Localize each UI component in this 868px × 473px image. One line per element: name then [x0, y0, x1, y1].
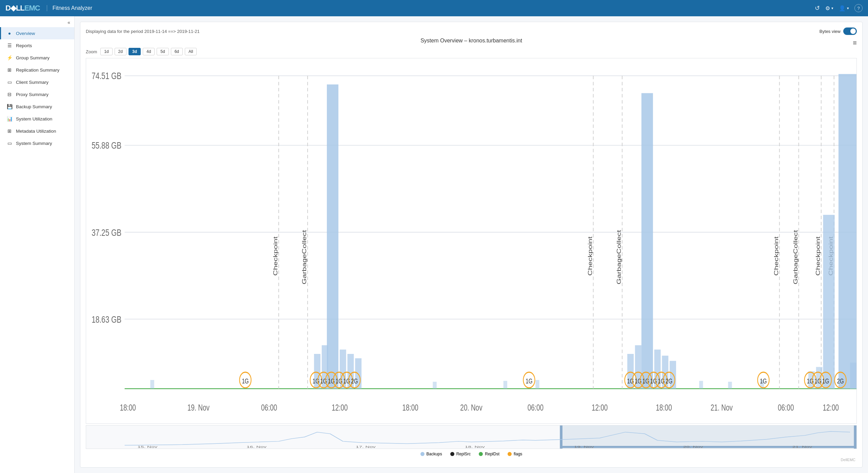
svg-text:2G: 2G: [837, 377, 844, 385]
sidebar-item-reports[interactable]: ☰ Reports: [0, 39, 74, 52]
svg-text:Checkpoint: Checkpoint: [815, 236, 821, 276]
svg-text:GarbageCollect: GarbageCollect: [792, 230, 798, 285]
svg-text:1G: 1G: [242, 377, 249, 385]
zoom-6d-button[interactable]: 6d: [171, 48, 183, 55]
zoom-3d-button[interactable]: 3d: [129, 48, 141, 55]
bytes-view-section: Bytes view: [820, 27, 857, 35]
svg-text:06:00: 06:00: [778, 403, 794, 412]
svg-text:18.63 GB: 18.63 GB: [92, 314, 121, 325]
svg-text:16. Nov: 16. Nov: [246, 445, 267, 449]
svg-rect-50: [823, 215, 835, 389]
chart-menu-icon[interactable]: ≡: [853, 39, 857, 47]
chart-container: Displaying data for the period 2019-11-1…: [80, 22, 863, 468]
sidebar-item-label: Client Summary: [16, 80, 48, 85]
repldst-dot: [479, 452, 483, 456]
chart-header-row: Displaying data for the period 2019-11-1…: [86, 27, 857, 35]
client-summary-icon: ▭: [6, 79, 13, 85]
svg-text:15. Nov: 15. Nov: [137, 445, 157, 449]
navigator-svg: 15. Nov 16. Nov 17. Nov 18. Nov 19. Nov …: [86, 425, 856, 449]
flags-label: flags: [514, 452, 522, 456]
svg-rect-54: [150, 380, 154, 389]
svg-text:GarbageCollect: GarbageCollect: [301, 230, 307, 285]
reports-icon: ☰: [6, 43, 13, 48]
bytes-view-toggle[interactable]: [843, 27, 857, 35]
sidebar-item-label: Overview: [16, 31, 35, 36]
mini-navigator[interactable]: 15. Nov 16. Nov 17. Nov 18. Nov 19. Nov …: [86, 425, 857, 449]
replication-summary-icon: ⊞: [6, 67, 13, 73]
repldst-label: ReplDst: [485, 452, 499, 456]
legend-backups: Backups: [420, 452, 442, 456]
svg-rect-37: [327, 84, 338, 389]
sidebar-collapse-section: «: [0, 16, 74, 27]
chart-legend: Backups ReplSrc ReplDst flags: [86, 452, 857, 456]
settings-button[interactable]: ⚙ ▾: [825, 5, 833, 12]
sidebar-item-label: Proxy Summary: [16, 92, 48, 97]
zoom-all-button[interactable]: All: [185, 48, 197, 55]
svg-text:1G: 1G: [526, 377, 532, 385]
sidebar-item-system-utilization[interactable]: 📊 System Utilization: [0, 113, 74, 125]
svg-text:74.51 GB: 74.51 GB: [92, 71, 121, 81]
legend-flags: flags: [508, 452, 522, 456]
zoom-1d-button[interactable]: 1d: [100, 48, 112, 55]
sidebar-item-label: Replication Summary: [16, 68, 59, 73]
svg-text:17. Nov: 17. Nov: [356, 445, 376, 449]
backups-label: Backups: [427, 452, 442, 456]
svg-text:37.25 GB: 37.25 GB: [92, 227, 121, 238]
svg-text:2G: 2G: [666, 377, 672, 385]
backups-dot: [420, 452, 425, 456]
zoom-row: Zoom 1d 2d 3d 4d 5d 6d All: [86, 48, 857, 55]
watermark: DellEMC: [86, 458, 857, 462]
logo: D◆LLEMC: [5, 4, 40, 13]
app-title: Fitness Analyzer: [47, 5, 92, 11]
svg-text:06:00: 06:00: [528, 403, 544, 412]
sidebar-item-label: Backup Summary: [16, 104, 52, 109]
main-chart-area: 74.51 GB 55.88 GB 37.25 GB 18.63 GB 18:0…: [86, 58, 857, 424]
refresh-icon[interactable]: ↺: [815, 4, 820, 12]
main-content: Displaying data for the period 2019-11-1…: [75, 16, 868, 473]
svg-text:GarbageCollect: GarbageCollect: [616, 230, 622, 285]
sidebar-item-label: Metadata Utilization: [16, 129, 56, 134]
svg-text:21. Nov: 21. Nov: [792, 445, 812, 449]
zoom-2d-button[interactable]: 2d: [115, 48, 126, 55]
svg-text:20. Nov: 20. Nov: [460, 403, 482, 412]
help-icon[interactable]: ?: [854, 4, 863, 12]
main-chart-svg: 74.51 GB 55.88 GB 37.25 GB 18.63 GB 18:0…: [86, 58, 856, 423]
sidebar-item-overview[interactable]: ● Overview: [0, 27, 74, 39]
chart-title: System Overview – kronos.turbamentis.int: [420, 38, 522, 44]
svg-text:21. Nov: 21. Nov: [711, 403, 733, 412]
logo-dell: D◆LL: [5, 4, 24, 12]
group-summary-icon: ⚡: [6, 55, 13, 60]
sidebar-collapse-button[interactable]: «: [67, 20, 70, 25]
svg-text:1G: 1G: [822, 377, 829, 385]
replsrc-label: ReplSrc: [456, 452, 471, 456]
svg-text:06:00: 06:00: [261, 403, 277, 412]
proxy-summary-icon: ⊟: [6, 92, 13, 97]
replsrc-dot: [450, 452, 454, 456]
svg-rect-55: [433, 382, 436, 389]
svg-text:12:00: 12:00: [592, 403, 608, 412]
zoom-5d-button[interactable]: 5d: [157, 48, 169, 55]
svg-text:2G: 2G: [351, 377, 358, 385]
svg-text:1G: 1G: [760, 377, 767, 385]
sidebar-item-proxy-summary[interactable]: ⊟ Proxy Summary: [0, 88, 74, 100]
legend-repldst: ReplDst: [479, 452, 499, 456]
sidebar-item-label: System Utilization: [16, 116, 52, 121]
user-button[interactable]: 👤 ▾: [839, 5, 849, 12]
svg-text:18:00: 18:00: [656, 403, 672, 412]
sidebar-item-metadata-utilization[interactable]: ⊞ Metadata Utilization: [0, 125, 74, 137]
sidebar-item-client-summary[interactable]: ▭ Client Summary: [0, 76, 74, 88]
zoom-4d-button[interactable]: 4d: [143, 48, 155, 55]
svg-text:12:00: 12:00: [823, 403, 839, 412]
sidebar-item-label: Group Summary: [16, 55, 50, 60]
sidebar-item-backup-summary[interactable]: 💾 Backup Summary: [0, 100, 74, 113]
sidebar-item-label: System Summary: [16, 141, 52, 146]
svg-rect-101: [560, 425, 563, 449]
app-body: « ● Overview ☰ Reports ⚡ Group Summary ⊞…: [0, 16, 868, 473]
sidebar-item-group-summary[interactable]: ⚡ Group Summary: [0, 52, 74, 64]
svg-text:12:00: 12:00: [332, 403, 348, 412]
sidebar-item-system-summary[interactable]: ▭ System Summary: [0, 137, 74, 149]
logo-emc: EMC: [24, 4, 40, 12]
zoom-label: Zoom: [86, 49, 97, 54]
sidebar-item-replication-summary[interactable]: ⊞ Replication Summary: [0, 64, 74, 76]
legend-replsrc: ReplSrc: [450, 452, 471, 456]
